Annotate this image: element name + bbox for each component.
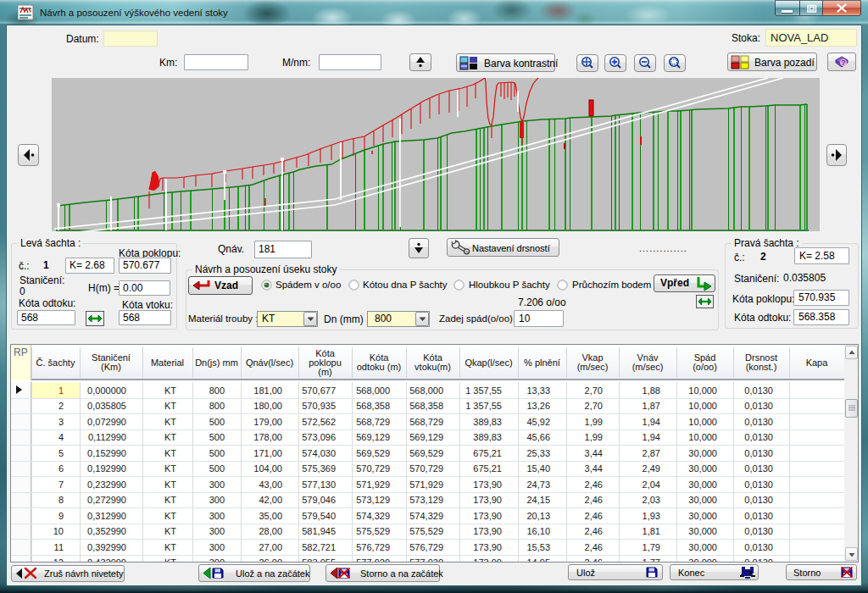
svg-text:?: ? (841, 58, 846, 67)
